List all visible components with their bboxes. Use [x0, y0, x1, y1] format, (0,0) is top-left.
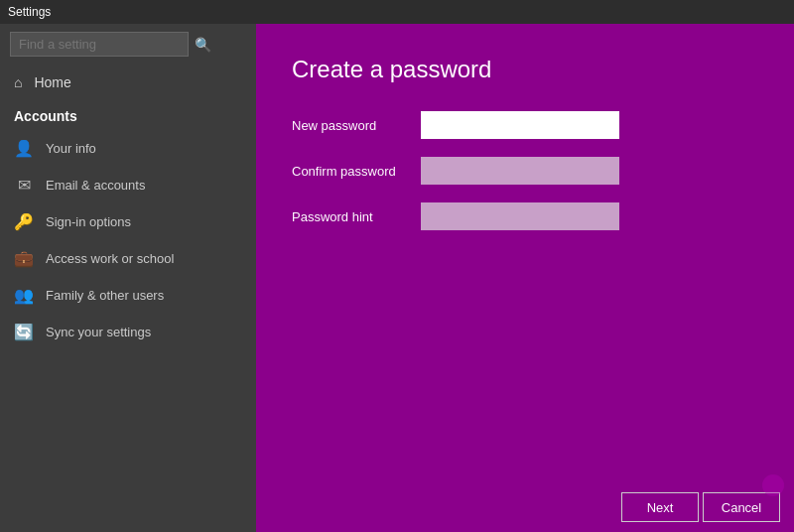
sidebar-item-sync[interactable]: 🔄 Sync your settings	[0, 314, 256, 350]
sync-icon: 🔄	[14, 323, 34, 341]
content-area: Create a password New password Confirm p…	[256, 24, 794, 532]
corner-decor	[762, 474, 784, 496]
sidebar-home-label: Home	[34, 74, 70, 90]
sidebar-label-sync: Sync your settings	[46, 325, 151, 339]
sidebar-label-email: Email & accounts	[46, 178, 145, 193]
password-hint-row: Password hint	[292, 202, 758, 230]
sidebar: 🔍 ⌂ Home Accounts 👤 Your info ✉ Email & …	[0, 24, 256, 532]
family-icon: 👥	[14, 286, 34, 305]
home-icon: ⌂	[14, 74, 22, 90]
sidebar-search-row: 🔍	[0, 24, 256, 65]
email-icon: ✉	[14, 176, 34, 195]
sidebar-item-home[interactable]: ⌂ Home	[0, 65, 256, 100]
search-input[interactable]	[10, 32, 189, 57]
confirm-password-row: Confirm password	[292, 157, 758, 185]
password-hint-label: Password hint	[292, 209, 421, 224]
sidebar-section-title: Accounts	[0, 100, 256, 130]
sidebar-label-sign-in: Sign-in options	[46, 214, 131, 229]
your-info-icon: 👤	[14, 139, 34, 158]
sidebar-label-family: Family & other users	[46, 288, 164, 303]
sidebar-label-your-info: Your info	[46, 141, 96, 156]
next-button[interactable]: Next	[621, 492, 699, 522]
title-bar-label: Settings	[8, 5, 51, 19]
confirm-password-label: Confirm password	[292, 164, 421, 179]
create-password-panel: Create a password New password Confirm p…	[256, 24, 794, 482]
bottom-bar: Next Cancel	[256, 482, 794, 532]
password-hint-input[interactable]	[421, 202, 619, 230]
cancel-button[interactable]: Cancel	[703, 492, 780, 522]
panel-title: Create a password	[292, 56, 758, 83]
sidebar-item-work-school[interactable]: 💼 Access work or school	[0, 240, 256, 277]
work-school-icon: 💼	[14, 249, 34, 268]
sidebar-item-email-accounts[interactable]: ✉ Email & accounts	[0, 167, 256, 203]
confirm-password-input[interactable]	[421, 157, 619, 185]
sidebar-item-family[interactable]: 👥 Family & other users	[0, 277, 256, 314]
title-bar: Settings	[0, 0, 794, 24]
sidebar-item-sign-in[interactable]: 🔑 Sign-in options	[0, 203, 256, 240]
search-icon: 🔍	[195, 37, 211, 53]
new-password-label: New password	[292, 118, 421, 133]
sidebar-label-work-school: Access work or school	[46, 251, 174, 266]
sign-in-icon: 🔑	[14, 212, 34, 231]
new-password-row: New password	[292, 111, 758, 139]
main-container: 🔍 ⌂ Home Accounts 👤 Your info ✉ Email & …	[0, 24, 794, 532]
sidebar-item-your-info[interactable]: 👤 Your info	[0, 130, 256, 167]
new-password-input[interactable]	[421, 111, 619, 139]
